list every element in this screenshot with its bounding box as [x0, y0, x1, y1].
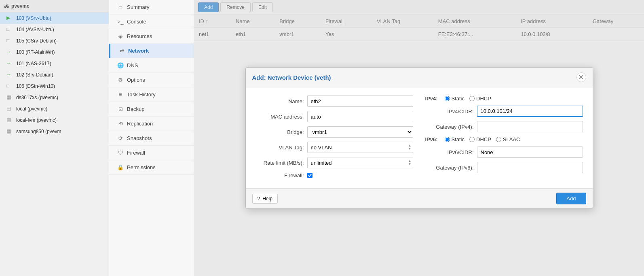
submenu-options[interactable]: ⚙ Options [109, 73, 194, 87]
submenu-firewall[interactable]: 🛡 Firewall [109, 146, 194, 160]
rate-spinner[interactable]: unlimited ▲ ▼ [307, 157, 413, 168]
task-history-icon: ≡ [117, 91, 124, 98]
modal-header: Add: Network Device (veth) ✕ [246, 68, 593, 87]
gw4-row: Gateway (IPv4): [425, 121, 583, 132]
firewall-label: Firewall: [255, 172, 304, 178]
vm-active-icon: ▶ [6, 15, 13, 21]
submenu-resources-label: Resources [127, 33, 152, 39]
submenu-resources[interactable]: ◈ Resources [109, 29, 194, 44]
gw6-input[interactable] [477, 162, 583, 173]
modal-body: Name: MAC address: Bridg [246, 87, 593, 188]
submenu-summary[interactable]: ≡ Summary [109, 0, 194, 15]
firewall-row: Firewall: [255, 172, 413, 178]
submenu-permissions-label: Permissions [127, 164, 156, 170]
bridge-select[interactable]: vmbr1 vmbr0 [307, 126, 413, 138]
firewall-checkbox[interactable] [307, 173, 312, 178]
vlan-label: VLAN Tag: [255, 144, 304, 151]
ipv4-static-radio[interactable] [445, 96, 450, 101]
permissions-icon: 🔒 [117, 164, 124, 170]
sidebar-item-100[interactable]: ↔ 100 (RT-AlainWrt) [0, 47, 109, 58]
rate-down-arrow[interactable]: ▼ [408, 163, 412, 166]
mac-input[interactable] [307, 111, 413, 122]
storage-icon: ▤ [6, 117, 13, 123]
ipv6-slaac-radio[interactable] [496, 137, 501, 142]
submenu-network-label: Network [128, 48, 149, 54]
submenu-replication[interactable]: ⟲ Replication [109, 117, 194, 131]
rate-label: Rate limit (MB/s): [255, 160, 304, 166]
rate-select[interactable]: unlimited [307, 157, 413, 168]
submenu-task-history[interactable]: ≡ Task History [109, 87, 194, 102]
ipv6-row: IPv6: Static DHCP [425, 136, 583, 142]
help-button[interactable]: ? Help [252, 194, 278, 204]
close-icon: ✕ [578, 73, 584, 82]
snapshots-icon: ⟳ [117, 135, 124, 141]
sidebar-item-104[interactable]: □ 104 (AVSrv-Ubtu) [0, 24, 109, 35]
help-label: Help [262, 196, 272, 202]
sidebar-item-local[interactable]: ▤ local (pvevmc) [0, 103, 109, 115]
network-icon: ⇌ [118, 48, 125, 54]
ipv6-slaac-label[interactable]: SLAAC [496, 136, 520, 142]
ipv6-dhcp-radio[interactable] [469, 137, 475, 142]
router-icon: ↔ [6, 49, 13, 55]
ipv6-static-text: Static [452, 136, 465, 142]
submenu-backup[interactable]: ⊡ Backup [109, 102, 194, 117]
vm-off-icon: □ [6, 83, 13, 89]
vlan-select[interactable]: no VLAN [307, 142, 413, 153]
dns-icon: 🌐 [117, 62, 124, 68]
rate-arrows: ▲ ▼ [408, 159, 412, 166]
submenu-dns[interactable]: 🌐 DNS [109, 58, 194, 73]
storage-icon: ▤ [6, 128, 13, 135]
vlan-arrows: ▲ ▼ [408, 144, 412, 151]
sidebar-item-label: 101 (NAS-3617) [16, 61, 51, 66]
ipv6cidr-row: IPv6/CIDR: [425, 146, 583, 158]
router-icon: ↔ [6, 72, 13, 78]
submenu-backup-label: Backup [127, 106, 144, 112]
ipv4-static-text: Static [452, 96, 465, 102]
ipv6-radio-group: Static DHCP SLAAC [445, 136, 520, 142]
gw6-label: Gateway (IPv6): [425, 165, 474, 171]
sidebar-item-label: 106 (DStn-Win10) [16, 83, 55, 89]
replication-icon: ⟲ [117, 121, 124, 127]
submenu-network[interactable]: ⇌ Network [109, 44, 194, 58]
ipv4-dhcp-label[interactable]: DHCP [469, 96, 491, 102]
mid-layout: ≡ Summary >_ Console ◈ Resources ⇌ Netwo… [109, 0, 644, 276]
ipv6-dhcp-label[interactable]: DHCP [469, 136, 491, 142]
sidebar-item-local-lvm[interactable]: ▤ local-lvm (pvevmc) [0, 115, 109, 126]
ipv6-dhcp-text: DHCP [476, 136, 491, 142]
ipv4-dhcp-radio[interactable] [469, 96, 475, 101]
bridge-label: Bridge: [255, 129, 304, 135]
sidebar-item-103[interactable]: ▶ 103 (VSrv-Ubtu) [0, 13, 109, 24]
ipv6-static-label[interactable]: Static [445, 136, 465, 142]
ipv4-static-label[interactable]: Static [445, 96, 465, 102]
sidebar-item-label: 104 (AVSrv-Ubtu) [16, 27, 54, 32]
vlan-spinner[interactable]: no VLAN ▲ ▼ [307, 142, 413, 153]
sidebar-item-101[interactable]: ↔ 101 (NAS-3617) [0, 58, 109, 69]
ipv6-static-radio[interactable] [445, 137, 450, 142]
submenu-snapshots[interactable]: ⟳ Snapshots [109, 131, 194, 146]
name-input[interactable] [307, 96, 413, 107]
server-icon: 🖧 [4, 3, 9, 9]
vlan-down-arrow[interactable]: ▼ [408, 147, 412, 151]
submenu-permissions[interactable]: 🔒 Permissions [109, 160, 194, 175]
resources-icon: ◈ [117, 33, 124, 39]
ipv4-radio-group: Static DHCP [445, 96, 491, 102]
ipv6cidr-input[interactable] [477, 146, 583, 158]
ipv4cidr-input[interactable] [477, 106, 583, 117]
gw6-row: Gateway (IPv6): [425, 162, 583, 173]
content-area: Add Remove Edit ID ↑ Name Bridge Firewal… [194, 0, 644, 276]
ipv6-label: IPv6: [425, 136, 441, 142]
submenu-task-history-label: Task History [127, 91, 156, 98]
modal-right-col: IPv4: Static DHCP [425, 96, 583, 180]
modal-close-button[interactable]: ✕ [576, 72, 586, 82]
sidebar-item-105[interactable]: □ 105 (CSrv-Debian) [0, 35, 109, 47]
sidebar-item-ds3617xs[interactable]: ▤ ds3617xs (pvevmc) [0, 92, 109, 103]
sidebar-item-106[interactable]: □ 106 (DStn-Win10) [0, 81, 109, 92]
modal-add-button[interactable]: Add [556, 193, 586, 204]
mac-row: MAC address: [255, 111, 413, 122]
sidebar-item-102[interactable]: ↔ 102 (Srv-Debian) [0, 69, 109, 81]
submenu-console[interactable]: >_ Console [109, 15, 194, 29]
sidebar-item-samsung850[interactable]: ▤ samsung850 (pvevm [0, 126, 109, 137]
gw4-input[interactable] [477, 121, 583, 132]
console-icon: >_ [117, 19, 124, 25]
firewall-checkbox-wrapper [307, 173, 312, 178]
